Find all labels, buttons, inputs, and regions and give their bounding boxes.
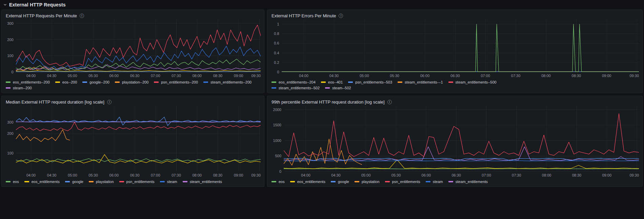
legend-row: eoseos_entitlementsgoogleplaystationpsn_… (6, 179, 261, 184)
x-tick-label: 09:30 (251, 74, 261, 78)
legend-item-steam_entitlements[interactable]: steam_entitlements (183, 180, 222, 184)
legend-item-psn_entitlements[interactable]: psn_entitlements (385, 180, 420, 184)
legend-swatch (290, 181, 295, 182)
legend-item-google[interactable]: google (331, 180, 349, 184)
legend-swatch (325, 87, 330, 89)
x-tick-label: 08:00 (192, 74, 202, 78)
legend-label: eos_entitlements (32, 180, 60, 184)
legend-item-playstation[interactable]: playstation (355, 180, 380, 184)
x-tick-label: 06:00 (422, 173, 431, 177)
legend-item-playstation--200[interactable]: playstation--200 (115, 80, 148, 84)
legend-label: steam_entitlements (190, 180, 222, 184)
legend-label: playstation--200 (122, 80, 148, 84)
x-axis: 04:0004:3005:0005:3006:0006:3007:0007:30… (284, 171, 639, 178)
x-tick-label: 04:00 (26, 173, 36, 177)
series-line-eos_entitlements--204 (282, 24, 639, 72)
x-tick-label: 08:00 (541, 74, 551, 78)
x-tick-label: 08:00 (542, 173, 551, 177)
legend-item-steam_entitlements--200[interactable]: steam_entitlements--200 (203, 80, 251, 84)
x-tick-label: 09:00 (234, 173, 243, 177)
legend-label: psn_entitlements--503 (355, 80, 392, 84)
panel-header: Median External HTTP request duration [l… (5, 98, 261, 106)
legend-label: google (72, 180, 83, 184)
x-tick-label: 04:30 (47, 173, 57, 177)
chart-canvas[interactable] (16, 19, 261, 72)
y-tick-label: 1000 (273, 139, 281, 143)
chevron-down-icon (3, 3, 7, 6)
series-line-google (284, 158, 639, 161)
legend-row: eos_entitlements--204eos--401psn_entitle… (271, 79, 639, 85)
legend-label: google (338, 180, 349, 184)
legend-item-steam_entitlements--502[interactable]: steam_entitlements--502 (271, 86, 320, 90)
legend-swatch (385, 181, 390, 182)
legend-swatch (82, 81, 87, 83)
legend-item-psn_entitlements[interactable]: psn_entitlements (119, 180, 155, 184)
legend-label: eos_entitlements (297, 180, 325, 184)
legend-item-eos--200[interactable]: eos--200 (55, 80, 77, 84)
legend-label: steam--200 (13, 86, 32, 90)
legend-swatch (355, 181, 359, 182)
y-tick-label: 1 (277, 22, 279, 26)
legend-item-psn_entitlements--200[interactable]: psn_entitlements--200 (154, 80, 198, 84)
legend-item-playstation[interactable]: playstation (89, 180, 114, 184)
legend-label: steam--502 (332, 86, 351, 90)
legend-swatch (154, 81, 159, 83)
dashboard: External HTTP Requests External HTTP Req… (0, 0, 644, 187)
legend-item-eos_entitlements--204[interactable]: eos_entitlements--204 (271, 80, 316, 84)
panel-header: 99th percentile External HTTP request du… (271, 98, 639, 106)
y-axis: 00.20.40.60.81 (271, 19, 282, 72)
chart-canvas[interactable] (282, 19, 639, 72)
legend-item-steam--200[interactable]: steam--200 (6, 86, 32, 90)
x-tick-label: 08:30 (572, 173, 582, 177)
y-tick-label: 0 (11, 70, 13, 74)
legend-swatch (426, 181, 430, 182)
legend-swatch (6, 87, 11, 89)
x-tick-label: 05:30 (391, 173, 401, 177)
legend-swatch (65, 181, 70, 182)
legend-item-steam_entitlements---1[interactable]: steam_entitlements---1 (398, 80, 443, 84)
x-tick-label: 07:30 (511, 74, 521, 78)
chart-canvas[interactable] (16, 106, 261, 171)
info-icon[interactable] (80, 14, 84, 18)
legend-label: psn_entitlements (126, 180, 155, 184)
legend-item-eos_entitlements[interactable]: eos_entitlements (24, 180, 60, 184)
legend-item-steam--502[interactable]: steam--502 (325, 86, 351, 90)
series-line-eos (284, 169, 639, 169)
legend-item-eos[interactable]: eos (271, 180, 285, 184)
x-tick-label: 06:30 (130, 173, 140, 177)
x-tick-label: 05:30 (390, 74, 399, 78)
legend-swatch (321, 81, 326, 83)
x-tick-label: 09:30 (251, 173, 261, 177)
x-tick-label: 05:00 (68, 173, 77, 177)
panel-title: 99th percentile External HTTP request du… (271, 99, 385, 105)
info-icon[interactable] (387, 100, 392, 104)
legend-item-eos_entitlements--200[interactable]: eos_entitlements--200 (6, 80, 50, 84)
chart: 00.20.40.60.81 04:0004:3005:0005:3006:00… (271, 19, 639, 78)
row-header-external-http-requests[interactable]: External HTTP Requests (1, 0, 643, 10)
series-line-playstation (16, 130, 70, 142)
y-axis: 100200300 (5, 106, 16, 171)
legend-item-steam[interactable]: steam (426, 180, 443, 184)
legend-item-psn_entitlements--503[interactable]: psn_entitlements--503 (348, 80, 392, 84)
y-axis: 0100200300 (5, 19, 16, 72)
legend-item-steam_entitlements[interactable]: steam_entitlements (448, 180, 488, 184)
chart-canvas[interactable] (284, 106, 639, 171)
x-tick-label: 06:30 (451, 173, 461, 177)
legend-item-steam[interactable]: steam (160, 180, 177, 184)
legend-item-google--200[interactable]: google--200 (82, 80, 109, 84)
legend-item-eos--401[interactable]: eos--401 (321, 80, 343, 84)
chart: 0100200300 04:0004:3005:0005:3006:0006:3… (5, 19, 261, 78)
y-tick-label: 0.2 (274, 60, 279, 65)
y-tick-label: 0.6 (274, 41, 279, 45)
y-tick-label: 0 (277, 70, 279, 74)
legend-item-eos[interactable]: eos (6, 180, 19, 184)
y-tick-label: 100 (7, 54, 13, 58)
panel-header: External HTTP Errors Per Minute (271, 12, 639, 19)
legend-item-eos_entitlements[interactable]: eos_entitlements (290, 180, 325, 184)
x-tick-label: 09:00 (602, 74, 611, 78)
panel-external-http-requests-per-minute: External HTTP Requests Per Minute 010020… (1, 10, 264, 93)
legend-item-google[interactable]: google (65, 180, 83, 184)
legend-item-steam_entitlements--500[interactable]: steam_entitlements--500 (448, 80, 497, 84)
info-icon[interactable] (107, 100, 112, 104)
info-icon[interactable] (339, 14, 343, 18)
